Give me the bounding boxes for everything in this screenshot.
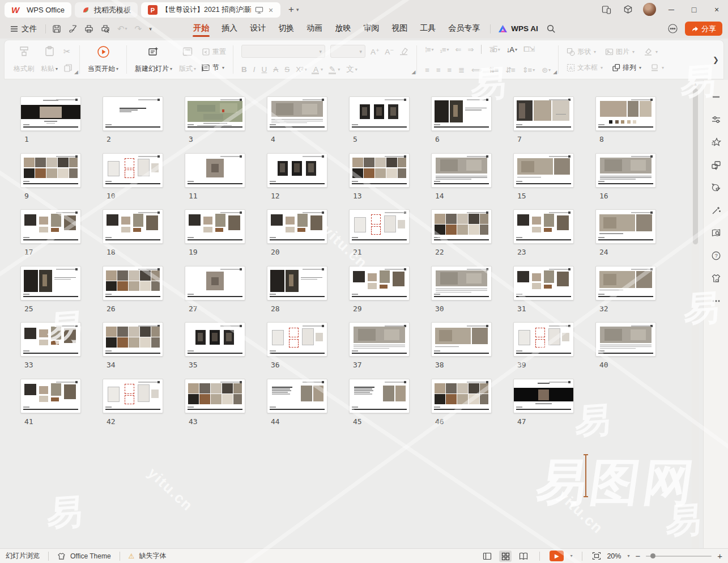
align-objects-icon[interactable]: ⊜▾ — [542, 66, 550, 74]
normal-view-icon[interactable] — [481, 551, 493, 562]
slide-thumbnail-13[interactable] — [349, 153, 410, 188]
ribbon-tab-开始[interactable]: 开始 — [187, 19, 215, 39]
play-from-current-button[interactable]: 当页开始▾ — [84, 44, 122, 75]
app-center-cube-icon[interactable] — [617, 0, 638, 19]
section-button[interactable]: 节▾ — [202, 61, 226, 74]
slide-thumbnail-35[interactable] — [185, 322, 245, 357]
increase-indent-icon[interactable]: ⇒ — [467, 45, 473, 54]
scroll-up-arrow-icon[interactable]: ▲ — [692, 82, 699, 87]
phonetic-guide-icon[interactable]: 文▾ — [346, 64, 357, 74]
align-center-icon[interactable]: ≡ — [436, 66, 440, 74]
export-pdf-icon[interactable] — [69, 24, 77, 33]
present-monitor-icon[interactable] — [255, 6, 263, 14]
file-menu-button[interactable]: 文件 — [6, 24, 41, 34]
slide-thumbnail-19[interactable] — [185, 209, 245, 244]
strikethrough-icon[interactable]: S — [284, 65, 290, 74]
font-name-combobox[interactable]: ▾ — [241, 45, 325, 58]
zoom-slider[interactable] — [646, 556, 712, 557]
slide-thumbnail-23[interactable] — [513, 209, 574, 244]
underline-icon[interactable]: U — [262, 65, 267, 74]
slide-thumbnail-17[interactable] — [20, 209, 81, 244]
slide-thumbnail-11[interactable] — [185, 153, 245, 188]
ribbon-tab-切换[interactable]: 切换 — [272, 19, 300, 39]
slide-thumbnail-10[interactable] — [103, 153, 163, 188]
ribbon-tab-视图[interactable]: 视图 — [385, 19, 414, 39]
ribbon-tab-设计[interactable]: 设计 — [244, 19, 272, 39]
slide-thumbnail-26[interactable] — [103, 266, 163, 300]
zoom-level-value[interactable]: 20% — [607, 552, 621, 560]
distribute-icon[interactable]: ⟺ — [471, 66, 482, 74]
slide-thumbnail-14[interactable] — [431, 153, 492, 188]
slide-thumbnail-31[interactable] — [513, 266, 574, 300]
slide-thumbnail-27[interactable] — [185, 266, 245, 300]
font-dialog-launcher-icon[interactable]: ◢ — [411, 69, 415, 75]
slide-thumbnail-41[interactable] — [20, 379, 81, 413]
decrease-font-icon[interactable]: A⁻ — [385, 47, 394, 56]
navigation-icon[interactable] — [710, 227, 722, 238]
paste-button[interactable]: 粘贴▾ — [37, 44, 61, 75]
font-size-combobox[interactable]: ▾ — [330, 45, 365, 58]
ribbon-tab-动画[interactable]: 动画 — [300, 19, 329, 39]
slide-thumbnail-36[interactable] — [267, 322, 327, 357]
convert-smartart-icon[interactable]: ⧠⇲ — [523, 45, 534, 54]
user-avatar[interactable] — [638, 0, 660, 19]
slide-thumbnail-40[interactable] — [595, 322, 656, 357]
font-color-icon[interactable]: A▾ — [313, 65, 323, 74]
line-spacing-icon[interactable]: ⇕≡▾ — [522, 66, 535, 74]
outline-style-button[interactable]: ▾ — [650, 61, 664, 74]
properties-icon[interactable] — [710, 114, 722, 125]
smart-tools-icon[interactable] — [710, 205, 722, 215]
save-icon[interactable] — [52, 24, 61, 33]
clear-format-icon[interactable] — [399, 47, 408, 56]
ribbon-tab-工具[interactable]: 工具 — [414, 19, 442, 39]
fill-color-button[interactable]: ▾ — [644, 45, 658, 58]
play-options-chevron-icon[interactable]: ▾ — [570, 553, 572, 558]
assistant-icon[interactable] — [710, 182, 722, 193]
reading-view-icon[interactable] — [517, 551, 530, 562]
slide-thumbnail-34[interactable] — [103, 322, 163, 357]
slide-sorter-canvas[interactable]: 1 2 3 4 — [0, 80, 703, 548]
italic-icon[interactable]: I — [253, 65, 256, 74]
help-icon[interactable]: ? — [710, 250, 722, 261]
tab-wps-home[interactable]: W WPS Office — [5, 2, 71, 18]
row-spacing-down-icon[interactable]: ⇵≡ — [505, 66, 514, 74]
missing-font-label[interactable]: 缺失字体 — [139, 551, 166, 561]
slide-sorter-view-icon[interactable] — [499, 551, 512, 562]
slide-thumbnail-29[interactable] — [349, 266, 410, 300]
more-icon[interactable] — [710, 295, 722, 306]
scrollbar-thumb[interactable] — [693, 88, 698, 244]
textbox-button[interactable]: A 文本框▾ — [567, 61, 603, 74]
slide-thumbnail-1[interactable] — [20, 96, 81, 131]
copy-icon[interactable] — [63, 64, 73, 73]
tab-docer[interactable]: 找稻壳模板 — [75, 2, 138, 18]
text-direction-icon[interactable]: a̅b̅▾ — [489, 45, 499, 54]
slide-thumbnail-39[interactable] — [513, 322, 574, 357]
maximize-button[interactable]: □ — [683, 0, 705, 19]
slide-thumbnail-28[interactable] — [267, 266, 327, 300]
slide-thumbnail-8[interactable] — [595, 96, 656, 131]
slide-thumbnail-44[interactable] — [267, 379, 327, 413]
ribbon-expand-icon[interactable]: ❯ — [713, 56, 719, 64]
zoom-out-button[interactable]: − — [635, 551, 640, 561]
ribbon-tab-插入[interactable]: 插入 — [215, 19, 244, 39]
ribbon-tab-放映[interactable]: 放映 — [329, 19, 357, 39]
slide-thumbnail-3[interactable] — [185, 96, 245, 131]
slide-thumbnail-25[interactable] — [20, 266, 81, 300]
bullet-list-icon[interactable]: ⁞≡▾ — [425, 45, 433, 54]
message-center-icon[interactable] — [667, 23, 678, 34]
wps-ai-button[interactable]: WPS AI — [498, 24, 538, 33]
char-spacing-icon[interactable]: A — [273, 65, 278, 74]
slide-thumbnail-6[interactable] — [431, 96, 492, 131]
slide-thumbnail-38[interactable] — [431, 322, 492, 357]
tab-list-chevron-icon[interactable]: ▾ — [296, 7, 299, 12]
slide-thumbnail-43[interactable] — [185, 379, 245, 413]
new-slide-button[interactable]: 新建幻灯片▾ — [131, 44, 176, 75]
search-icon[interactable] — [546, 24, 556, 33]
close-button[interactable]: × — [705, 0, 728, 19]
tab-document-active[interactable]: P 【世尊设计】2021 招商沪灏西 × — [141, 2, 280, 18]
zoom-in-button[interactable]: + — [717, 551, 722, 561]
highlight-color-icon[interactable]: ✎▾ — [329, 65, 340, 74]
slide-thumbnail-42[interactable] — [103, 379, 163, 413]
slide-thumbnail-20[interactable] — [267, 209, 327, 244]
theme-label[interactable]: Office Theme — [70, 552, 111, 560]
